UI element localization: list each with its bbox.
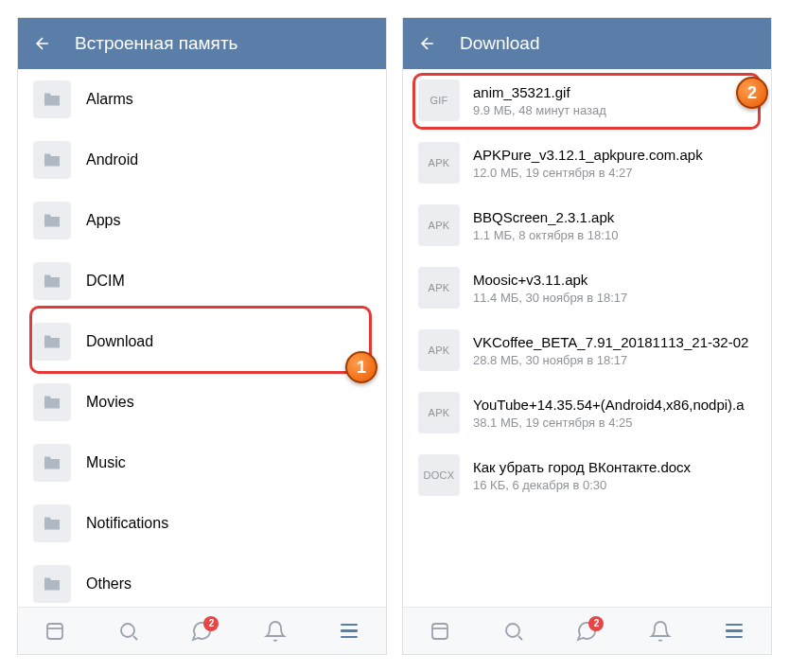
nav-search-icon[interactable] <box>500 618 527 645</box>
nav-notifications-icon[interactable] <box>262 618 289 645</box>
file-meta: 11.4 МБ, 30 ноября в 18:17 <box>473 291 627 305</box>
file-info: VKCoffee_BETA_7.91_20181113_21-32-02 28.… <box>473 334 748 367</box>
file-info: anim_35321.gif 9.9 МБ, 48 минут назад <box>473 84 606 117</box>
nav-menu-icon[interactable] <box>721 618 747 645</box>
folder-label: Notifications <box>86 515 168 532</box>
list-item[interactable]: APK APKPure_v3.12.1_apkpure.com.apk 12.0… <box>403 132 771 194</box>
folder-icon <box>33 262 71 300</box>
nav-feed-icon[interactable] <box>427 618 453 645</box>
folder-label: Music <box>86 454 126 471</box>
file-info: APKPure_v3.12.1_apkpure.com.apk 12.0 МБ,… <box>473 147 703 180</box>
messages-badge: 2 <box>588 616 604 631</box>
step-badge-2: 2 <box>736 77 768 109</box>
list-item[interactable]: APK Moosic+v3.11.apk 11.4 МБ, 30 ноября … <box>403 256 771 319</box>
file-meta: 12.0 МБ, 19 сентября в 4:27 <box>473 166 703 180</box>
file-type-icon: APK <box>418 392 460 433</box>
file-info: BBQScreen_2.3.1.apk 1.1 МБ, 8 октября в … <box>473 209 618 242</box>
folder-icon <box>33 80 71 118</box>
nav-messages-icon[interactable]: 2 <box>573 618 600 645</box>
file-list: GIF anim_35321.gif 9.9 МБ, 48 минут наза… <box>403 69 771 607</box>
list-item[interactable]: Music <box>18 433 386 493</box>
page-title: Встроенная память <box>75 33 238 54</box>
list-item[interactable]: Alarms <box>18 69 386 130</box>
folder-label: Alarms <box>86 91 133 108</box>
list-item[interactable]: DCIM <box>18 251 386 311</box>
header: Встроенная память <box>18 18 386 69</box>
step-badge-1: 1 <box>345 351 377 383</box>
nav-notifications-icon[interactable] <box>647 618 674 645</box>
file-name: Moosic+v3.11.apk <box>473 272 627 288</box>
file-name: YouTube+14.35.54+(Android4,x86,nodpi).a <box>473 397 745 413</box>
folder-label: Apps <box>86 212 120 229</box>
back-arrow-icon[interactable] <box>33 34 52 53</box>
folder-label: DCIM <box>86 273 125 290</box>
folder-icon <box>33 323 71 361</box>
folder-icon <box>33 504 71 542</box>
messages-badge: 2 <box>203 616 219 631</box>
folder-label: Download <box>86 333 153 350</box>
back-arrow-icon[interactable] <box>418 34 437 53</box>
list-item[interactable]: APK BBQScreen_2.3.1.apk 1.1 МБ, 8 октябр… <box>403 194 771 256</box>
file-info: Moosic+v3.11.apk 11.4 МБ, 30 ноября в 18… <box>473 272 627 305</box>
svg-rect-0 <box>47 624 62 639</box>
file-name: BBQScreen_2.3.1.apk <box>473 209 618 225</box>
file-type-icon: GIF <box>418 80 460 121</box>
folder-label: Movies <box>86 394 134 411</box>
file-name: APKPure_v3.12.1_apkpure.com.apk <box>473 147 703 163</box>
file-type-icon: APK <box>418 329 460 371</box>
nav-messages-icon[interactable]: 2 <box>188 618 215 645</box>
folder-list: Alarms Android Apps DCIM Download Movies… <box>18 69 386 607</box>
list-item[interactable]: APK VKCoffee_BETA_7.91_20181113_21-32-02… <box>403 319 771 381</box>
file-type-icon: DOCX <box>418 454 460 496</box>
folder-icon <box>33 202 71 239</box>
file-meta: 38.1 МБ, 19 сентября в 4:25 <box>473 416 745 430</box>
svg-rect-2 <box>432 624 447 639</box>
nav-menu-icon[interactable] <box>336 618 362 645</box>
phone-right: Download GIF anim_35321.gif 9.9 МБ, 48 м… <box>402 17 772 655</box>
list-item[interactable]: Movies <box>18 372 386 433</box>
folder-icon <box>33 444 71 482</box>
file-name: VKCoffee_BETA_7.91_20181113_21-32-02 <box>473 334 748 350</box>
file-name: anim_35321.gif <box>473 84 606 100</box>
nav-feed-icon[interactable] <box>42 618 68 645</box>
file-info: Как убрать город ВКонтакте.docx 16 КБ, 6… <box>473 459 691 492</box>
folder-icon <box>33 565 71 603</box>
list-item[interactable]: Apps <box>18 190 386 251</box>
phone-left: Встроенная память Alarms Android Apps DC… <box>17 17 387 655</box>
header: Download <box>403 18 771 69</box>
file-type-icon: APK <box>418 204 460 246</box>
nav-search-icon[interactable] <box>115 618 142 645</box>
folder-label: Others <box>86 575 132 592</box>
file-info: YouTube+14.35.54+(Android4,x86,nodpi).a … <box>473 397 745 430</box>
file-meta: 16 КБ, 6 декабря в 0:30 <box>473 478 691 492</box>
svg-point-3 <box>506 624 519 637</box>
folder-label: Android <box>86 151 138 168</box>
list-item[interactable]: Android <box>18 130 386 190</box>
svg-point-1 <box>121 624 134 637</box>
bottom-nav: 2 <box>18 607 386 654</box>
list-item-gif[interactable]: GIF anim_35321.gif 9.9 МБ, 48 минут наза… <box>403 69 771 132</box>
file-type-icon: APK <box>418 142 460 184</box>
file-meta: 9.9 МБ, 48 минут назад <box>473 103 606 117</box>
bottom-nav: 2 <box>403 607 771 654</box>
list-item[interactable]: Others <box>18 554 386 607</box>
file-meta: 1.1 МБ, 8 октября в 18:10 <box>473 228 618 242</box>
page-title: Download <box>460 33 540 54</box>
folder-icon <box>33 383 71 421</box>
file-type-icon: APK <box>418 267 460 309</box>
file-name: Как убрать город ВКонтакте.docx <box>473 459 691 475</box>
list-item[interactable]: DOCX Как убрать город ВКонтакте.docx 16 … <box>403 444 771 506</box>
file-meta: 28.8 МБ, 30 ноября в 18:17 <box>473 353 748 367</box>
list-item-download[interactable]: Download <box>18 311 386 372</box>
list-item[interactable]: APK YouTube+14.35.54+(Android4,x86,nodpi… <box>403 381 771 444</box>
folder-icon <box>33 141 71 179</box>
list-item[interactable]: Notifications <box>18 493 386 554</box>
